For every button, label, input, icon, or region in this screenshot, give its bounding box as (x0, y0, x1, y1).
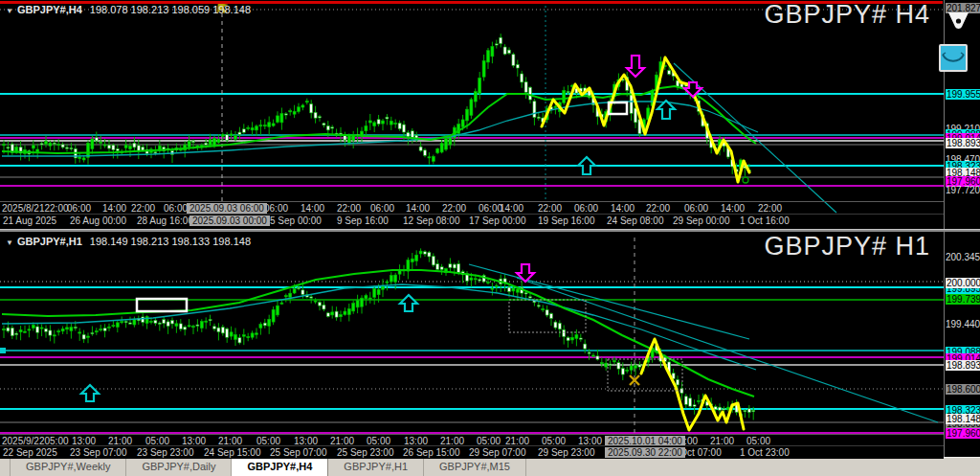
time-axis-dates-h4[interactable]: 21 Aug 202526 Aug 00:0028 Aug 16:002025.… (0, 214, 944, 227)
candle-body (129, 323, 132, 324)
candle-body (521, 74, 523, 82)
candle-body (108, 145, 111, 148)
candle-body (163, 320, 166, 324)
candle-body (15, 333, 18, 334)
candle-body (386, 117, 389, 119)
time-axis-hours-h4[interactable]: 2025/8/2122:0006:0014:0022:0006:002025.0… (0, 201, 944, 214)
chart-plot-h4[interactable] (0, 0, 944, 229)
tab-gbpjpy--weekly[interactable]: GBPJPY#,Weekly (10, 458, 126, 476)
pen-tool-icon[interactable] (946, 11, 972, 36)
candle-body (537, 306, 540, 306)
time-label: 1 Oct 23:00 (740, 447, 790, 458)
candle-body (11, 328, 13, 335)
candle-body (263, 323, 266, 326)
candle-body (600, 363, 603, 364)
arc-curve-tool-button[interactable] (939, 44, 968, 72)
candle-body (272, 309, 275, 322)
candle-body (411, 259, 413, 261)
candle-body (150, 321, 153, 322)
candle-body (40, 144, 43, 145)
axis-price-label: 200.345 (946, 252, 980, 262)
time-label: 19 Sep 16:00 (538, 215, 595, 226)
candle-body (368, 298, 371, 299)
candle-body (571, 337, 574, 340)
candle-body (482, 60, 485, 77)
candle-body (436, 264, 439, 270)
candle-body (394, 123, 397, 124)
candle-body (301, 290, 304, 295)
candle-body (424, 252, 427, 254)
chart-plot-h1[interactable] (0, 232, 944, 457)
candle-body (209, 140, 212, 146)
candle-body (82, 334, 85, 339)
time-label: 22:00 (758, 203, 782, 214)
candle-body (626, 370, 629, 371)
candle-body (714, 407, 717, 410)
candle-body (129, 146, 132, 148)
candle-body (205, 321, 208, 322)
time-label: 22:00 (538, 203, 562, 214)
candle-body (230, 332, 233, 336)
candle-body (680, 84, 683, 87)
candle-body (171, 321, 174, 324)
time-label: 14:00 (721, 203, 745, 214)
candle-body (95, 138, 98, 141)
candle-body (368, 121, 371, 123)
candle-body (179, 324, 182, 329)
candle-body (196, 325, 199, 326)
candle-body (495, 44, 498, 45)
tab-gbpjpy--daily[interactable]: GBPJPY#,Daily (126, 458, 232, 476)
candle-body (524, 82, 527, 93)
candle-body (234, 136, 237, 140)
collapse-chart-arrow[interactable]: ▼ (6, 7, 13, 15)
chart-title-h1: ▼GBPJPY#,H1198.149 198.213 198.133 198.1… (6, 236, 251, 247)
candle-body (230, 134, 233, 135)
candle-body (466, 109, 469, 121)
candle-body (53, 143, 56, 144)
candle-body (347, 136, 350, 144)
chart-watermark-h4: GBPJPY# H4 (764, 0, 930, 30)
candle-body (57, 145, 60, 146)
candle-body (268, 319, 271, 326)
candle-body (457, 264, 460, 273)
collapse-chart-arrow[interactable]: ▼ (6, 238, 13, 247)
ma-green-line (2, 270, 754, 397)
price-axis-h1[interactable]: 200.345199.895200.000199.739199.440199.0… (944, 232, 980, 457)
candle-body (554, 106, 557, 107)
candle-body (432, 257, 434, 265)
candle-body (503, 47, 506, 55)
ohlc-values: 198.078 198.213 198.059 198.148 (90, 4, 251, 15)
candle-body (331, 312, 334, 315)
tab-gbpjpy--h1[interactable]: GBPJPY#,H1 (328, 458, 424, 476)
candle-body (61, 145, 64, 147)
tab-gbpjpy--m15[interactable]: GBPJPY#,M15 (424, 458, 526, 476)
candle-body (100, 329, 102, 330)
candle-body (124, 322, 127, 323)
axis-price-label: 198.148 (946, 414, 980, 424)
candle-body (298, 287, 301, 288)
candle-body (365, 296, 368, 299)
candle-body (326, 313, 329, 317)
candle-body (277, 116, 279, 123)
candle-body (419, 251, 422, 254)
candle-body (7, 147, 10, 148)
candle-body (49, 330, 52, 335)
candle-body (45, 329, 48, 331)
candle-body (529, 297, 532, 298)
candle-body (284, 114, 287, 115)
candle-body (453, 264, 456, 268)
candle-body (280, 303, 283, 304)
time-axis-dates-h1[interactable]: 22 Sep 202523 Sep 07:0023 Sep 23:0024 Se… (0, 445, 944, 459)
time-label: 06:00 (684, 203, 708, 214)
axis-price-label: 198.893 (946, 360, 980, 371)
candle-body (449, 137, 452, 145)
time-label: 14:00 (611, 203, 635, 214)
candle-body (347, 308, 350, 314)
tab-gbpjpy--h4[interactable]: GBPJPY#,H4 (232, 458, 328, 476)
candle-body (344, 311, 346, 314)
time-label: 22:00 (442, 203, 466, 214)
up-arrow-icon (578, 157, 595, 174)
candle-body (563, 90, 566, 102)
candle-body (474, 92, 477, 102)
axis-price-label: 197.720 (946, 185, 980, 195)
